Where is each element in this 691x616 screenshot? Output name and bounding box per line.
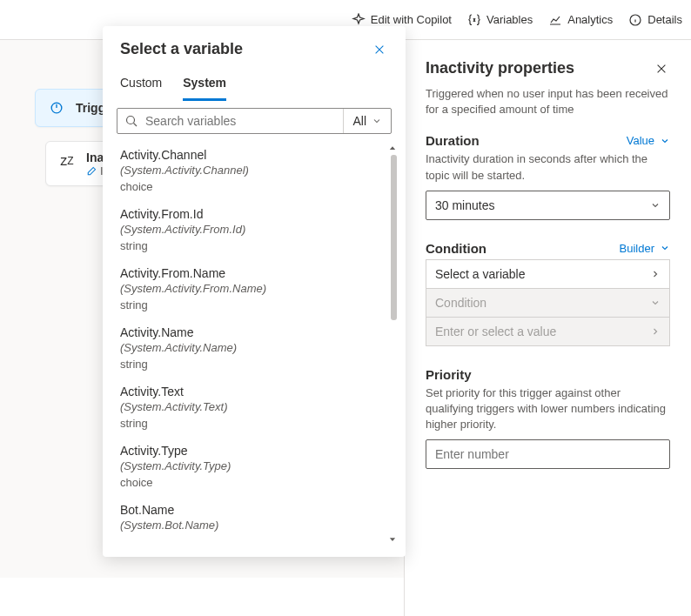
duration-label: Duration bbox=[426, 133, 480, 148]
chevron-down-icon bbox=[650, 298, 661, 308]
condition-operator-text: Condition bbox=[435, 296, 486, 310]
chart-icon bbox=[548, 13, 562, 27]
condition-variable-text: Select a variable bbox=[435, 267, 526, 281]
sleep-icon: zZ bbox=[57, 151, 77, 171]
chevron-down-icon bbox=[650, 200, 661, 211]
variable-picker-popup: Select a variable Custom System All Acti… bbox=[103, 26, 406, 557]
duration-section: Duration Value Inactivity duration in se… bbox=[426, 133, 670, 219]
condition-builder: Select a variable Condition Enter or sel… bbox=[426, 259, 670, 346]
variable-name: Bot.Name bbox=[120, 503, 388, 517]
sparkle-icon bbox=[352, 13, 366, 27]
variable-name: Activity.Name bbox=[120, 325, 388, 339]
scroll-thumb[interactable] bbox=[391, 155, 397, 320]
variable-item[interactable]: Activity.Text (System.Activity.Text) str… bbox=[118, 378, 388, 437]
variable-item[interactable]: Activity.Type (System.Activity.Type) cho… bbox=[118, 437, 388, 496]
condition-operator-select[interactable]: Condition bbox=[426, 289, 669, 317]
duration-select[interactable]: 30 minutes bbox=[426, 191, 670, 220]
tab-custom[interactable]: Custom bbox=[120, 69, 162, 101]
variable-path: (System.Activity.Type) bbox=[120, 459, 388, 472]
variable-type: string bbox=[120, 358, 388, 371]
popup-title: Select a variable bbox=[120, 40, 243, 58]
condition-label: Condition bbox=[426, 241, 486, 256]
filter-dropdown[interactable]: All bbox=[343, 109, 391, 133]
panel-close-button[interactable] bbox=[653, 60, 670, 77]
svg-point-2 bbox=[127, 117, 135, 124]
variable-path: (System.Activity.Channel) bbox=[120, 164, 388, 177]
variable-path: (System.Activity.Text) bbox=[120, 400, 388, 413]
priority-input[interactable] bbox=[426, 439, 670, 469]
chevron-right-icon bbox=[650, 326, 661, 337]
variable-type: string bbox=[120, 298, 388, 311]
search-input[interactable] bbox=[145, 114, 336, 128]
duration-mode-toggle[interactable]: Value bbox=[627, 134, 670, 147]
variable-item[interactable]: Activity.From.Name (System.Activity.From… bbox=[118, 259, 388, 318]
trigger-icon bbox=[46, 97, 67, 118]
braces-icon bbox=[467, 13, 481, 27]
condition-value-select[interactable]: Enter or select a value bbox=[426, 318, 669, 345]
priority-section: Priority Set priority for this trigger a… bbox=[426, 367, 670, 470]
tab-system[interactable]: System bbox=[183, 69, 226, 101]
variable-type: string bbox=[120, 417, 388, 430]
duration-value: 30 minutes bbox=[435, 198, 494, 212]
priority-help: Set priority for this trigger against ot… bbox=[426, 385, 670, 433]
variable-type: string bbox=[120, 239, 388, 252]
toolbar-details-label: Details bbox=[647, 13, 682, 26]
variable-name: Activity.Channel bbox=[120, 148, 388, 162]
condition-value-text: Enter or select a value bbox=[435, 325, 556, 338]
chevron-down-icon bbox=[660, 243, 670, 253]
condition-variable-select[interactable]: Select a variable bbox=[426, 260, 669, 288]
toolbar-copilot[interactable]: Edit with Copilot bbox=[352, 13, 452, 27]
variable-item[interactable]: Activity.From.Id (System.Activity.From.I… bbox=[118, 200, 388, 259]
info-icon bbox=[628, 13, 642, 27]
variable-item[interactable]: Activity.Channel (System.Activity.Channe… bbox=[118, 141, 388, 200]
variable-name: Activity.Type bbox=[120, 444, 388, 458]
duration-help: Inactivity duration in seconds after whi… bbox=[426, 151, 670, 183]
search-row: All bbox=[117, 108, 392, 134]
condition-mode-text: Builder bbox=[620, 242, 654, 255]
variable-tabs: Custom System bbox=[103, 65, 406, 101]
filter-label: All bbox=[352, 114, 366, 128]
close-icon bbox=[373, 44, 386, 56]
variable-list: Activity.Channel (System.Activity.Channe… bbox=[106, 141, 400, 546]
edit-icon bbox=[86, 166, 97, 177]
condition-mode-toggle[interactable]: Builder bbox=[620, 242, 670, 255]
toolbar-variables-label: Variables bbox=[486, 13, 533, 26]
toolbar-details[interactable]: Details bbox=[628, 13, 682, 27]
toolbar-analytics-label: Analytics bbox=[567, 13, 613, 26]
variable-item[interactable]: Bot.Name (System.Bot.Name) bbox=[118, 496, 388, 542]
close-icon bbox=[655, 63, 668, 75]
toolbar-analytics[interactable]: Analytics bbox=[548, 13, 613, 27]
variable-name: Activity.From.Name bbox=[120, 266, 388, 280]
panel-description: Triggered when no user input has been re… bbox=[426, 86, 670, 117]
scroll-up-icon[interactable] bbox=[388, 141, 397, 155]
scroll-down-icon[interactable] bbox=[388, 532, 397, 546]
toolbar-copilot-label: Edit with Copilot bbox=[371, 13, 452, 26]
close-button[interactable] bbox=[371, 41, 388, 58]
duration-mode-text: Value bbox=[627, 134, 654, 147]
variable-name: Activity.From.Id bbox=[120, 207, 388, 221]
condition-section: Condition Builder Select a variable Cond… bbox=[426, 241, 670, 346]
variable-item[interactable]: Activity.Name (System.Activity.Name) str… bbox=[118, 318, 388, 378]
panel-title: Inactivity properties bbox=[426, 59, 574, 77]
chevron-down-icon bbox=[372, 116, 382, 126]
search-icon bbox=[124, 114, 138, 128]
properties-panel: Inactivity properties Triggered when no … bbox=[404, 40, 691, 616]
toolbar-variables[interactable]: Variables bbox=[467, 13, 533, 27]
variable-path: (System.Activity.From.Name) bbox=[120, 282, 388, 295]
variable-path: (System.Bot.Name) bbox=[120, 519, 388, 532]
chevron-down-icon bbox=[660, 136, 670, 146]
variable-path: (System.Activity.Name) bbox=[120, 341, 388, 354]
variable-type: choice bbox=[120, 476, 388, 489]
variable-type: choice bbox=[120, 180, 388, 193]
chevron-right-icon bbox=[650, 269, 661, 279]
variable-name: Activity.Text bbox=[120, 385, 388, 398]
priority-label: Priority bbox=[426, 367, 472, 382]
variable-path: (System.Activity.From.Id) bbox=[120, 223, 388, 236]
